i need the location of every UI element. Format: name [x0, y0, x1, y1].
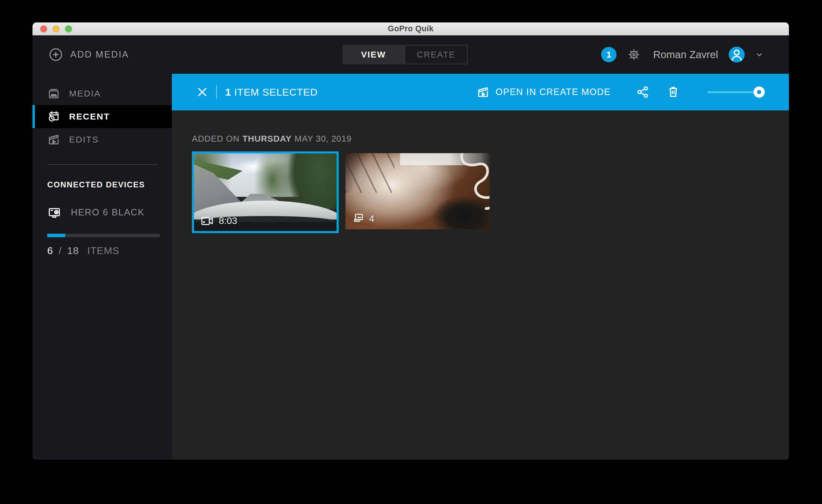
main: 1ITEM SELECTED OPEN IN CREATE MODE [172, 74, 789, 460]
video-duration: 8:03 [219, 215, 237, 226]
video-camera-icon [201, 216, 214, 226]
titlebar: GoPro Quik [32, 22, 789, 35]
chevron-down-icon[interactable] [755, 50, 764, 59]
sidebar-item-edits[interactable]: EDITS [32, 128, 172, 151]
burst-count-badge: 4 [353, 213, 374, 225]
app-window: GoPro Quik ADD MEDIA VIEW CREATE 1 R [32, 22, 789, 460]
open-in-create-mode-button[interactable]: OPEN IN CREATE MODE [476, 86, 610, 99]
zoom-slider-knob[interactable] [754, 86, 765, 98]
sidebar-item-label: MEDIA [69, 89, 101, 99]
items-current: 6 [47, 245, 53, 256]
avatar[interactable] [729, 47, 745, 63]
header: ADD MEDIA VIEW CREATE 1 Roman Zavrel [32, 35, 789, 74]
gear-icon[interactable] [627, 48, 641, 61]
tab-create[interactable]: CREATE [405, 45, 468, 64]
header-right: 1 Roman Zavrel [601, 35, 764, 74]
clapperboard-icon [47, 133, 60, 146]
tab-view[interactable]: VIEW [343, 45, 405, 64]
items-label: ITEMS [87, 245, 119, 256]
media-library-icon [47, 87, 60, 100]
photo-stack-icon [353, 213, 364, 225]
date-day: THURSDAY [243, 134, 292, 143]
connected-devices-heading: CONNECTED DEVICES [47, 180, 172, 189]
date-group-label: ADDED ONTHURSDAYMAY 30, 2019 [192, 134, 789, 144]
device-progress-bar [47, 234, 160, 237]
selection-count: 1 [225, 86, 231, 98]
clapperboard-play-icon [476, 86, 489, 99]
items-separator: / [58, 245, 61, 256]
recent-calendar-clock-icon [47, 110, 60, 123]
content-area: ADDED ONTHURSDAYMAY 30, 2019 [172, 110, 789, 460]
sidebar-divider [47, 164, 158, 165]
thumbnail-zoom-slider[interactable] [708, 86, 764, 98]
burst-count: 4 [369, 213, 374, 224]
open-in-create-mode-label: OPEN IN CREATE MODE [495, 87, 610, 97]
trash-icon[interactable] [667, 86, 680, 99]
add-media-button[interactable]: ADD MEDIA [49, 48, 129, 61]
selection-count-text: 1ITEM SELECTED [225, 86, 318, 98]
camera-device-icon [47, 205, 61, 220]
date-prefix: ADDED ON [192, 134, 240, 143]
thumbnail-row: 8:03 [192, 151, 789, 233]
date-rest: MAY 30, 2019 [295, 134, 352, 143]
close-selection-icon[interactable] [196, 86, 208, 98]
media-thumbnail-burst[interactable]: 4 [346, 153, 489, 229]
body: MEDIA RECENT [32, 74, 789, 460]
sidebar-item-label: EDITS [69, 135, 99, 145]
view-create-toggle: VIEW CREATE [343, 45, 468, 64]
items-total: 18 [67, 245, 79, 256]
media-thumbnail-video[interactable]: 8:03 [192, 151, 339, 233]
device-items-count: 6 / 18 ITEMS [47, 245, 172, 256]
window-title: GoPro Quik [32, 24, 789, 33]
plus-circle-icon [49, 48, 63, 61]
video-duration-badge: 8:03 [201, 215, 237, 226]
selection-bar: 1ITEM SELECTED OPEN IN CREATE MODE [172, 74, 789, 110]
share-icon[interactable] [636, 85, 650, 99]
user-name[interactable]: Roman Zavrel [653, 49, 718, 60]
sidebar-item-hero6[interactable]: HERO 6 BLACK [32, 205, 172, 220]
device-progress-fill [47, 234, 65, 237]
notification-badge[interactable]: 1 [601, 47, 616, 62]
selection-divider [216, 85, 217, 99]
add-media-label: ADD MEDIA [70, 49, 129, 60]
sidebar-item-recent[interactable]: RECENT [32, 105, 172, 128]
sidebar: MEDIA RECENT [32, 74, 172, 460]
selection-count-suffix: ITEM SELECTED [234, 86, 318, 98]
sidebar-item-media[interactable]: MEDIA [32, 82, 172, 105]
art-layer [346, 153, 394, 193]
device-name: HERO 6 BLACK [71, 207, 145, 218]
selection-actions: OPEN IN CREATE MODE [476, 85, 764, 99]
art-layer [403, 153, 489, 229]
sidebar-item-label: RECENT [69, 112, 110, 122]
